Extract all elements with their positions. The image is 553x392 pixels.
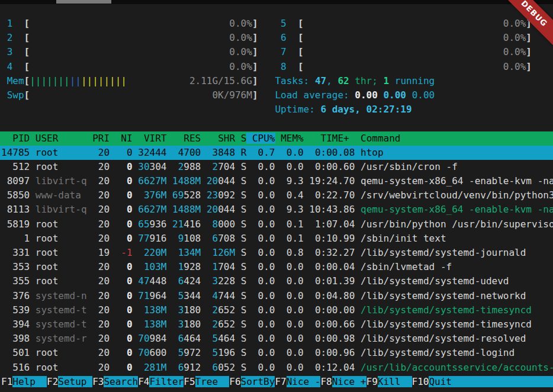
fkey-nice-[interactable]: F8Nice +	[320, 376, 366, 387]
cell-command: /usr/lib/accountsservice/accounts-	[361, 362, 553, 373]
cell-state: S	[241, 275, 247, 287]
F3-label: Search	[104, 376, 138, 387]
cpu-meter-4-open-bracket: [	[24, 61, 30, 72]
fkey-quit[interactable]: F10Quit	[412, 376, 553, 387]
cell-user: root	[36, 362, 87, 373]
cpu-meter-5-label: 5	[281, 18, 298, 29]
F5-key: F5	[184, 376, 195, 387]
fkey-filter[interactable]: F4Filter	[138, 376, 184, 387]
column-header-pid[interactable]: PID	[1, 133, 30, 144]
cell-ni: 0	[115, 362, 133, 373]
process-row[interactable]: 516 root 20 0 281M 6912 6052 S 0.0 0.0 0…	[0, 361, 553, 375]
cell-mem: 0.0	[281, 261, 304, 272]
column-header-cpu-sorted[interactable]: CPU%	[246, 133, 275, 144]
column-header-user[interactable]: USER	[36, 133, 87, 144]
cell-cpu: 0.0	[252, 189, 275, 201]
process-row[interactable]: 501 root 20 0 70600 5972 5196 S 0.0 0.0 …	[0, 346, 553, 360]
tasks-summary: running	[389, 75, 435, 86]
cell-pri: 20	[92, 362, 110, 373]
cpu-meter-6-value: 0.0%	[503, 32, 526, 43]
cell-mem: 0.8	[281, 247, 304, 258]
column-header-virt[interactable]: VIRT	[138, 133, 166, 144]
fkey-help[interactable]: F1Help	[1, 376, 47, 387]
F4-label: Filter	[149, 376, 184, 387]
cell-command: /usr/sbin/cron -f	[361, 161, 458, 172]
load-average: 0.00	[355, 89, 383, 101]
cell-user: root	[36, 261, 87, 272]
column-header-time[interactable]: TIME+	[309, 133, 355, 144]
column-header-ni[interactable]: NI	[115, 133, 133, 144]
fkey-setup[interactable]: F2Setup	[47, 376, 92, 387]
cell-command: /lib/systemd/systemd-journald	[361, 247, 526, 258]
cell-user: root	[36, 347, 87, 358]
fkey-tree[interactable]: F5Tree	[184, 376, 229, 387]
cpu-meter-1-label: 1	[7, 18, 24, 29]
table-header[interactable]: PID USER PRI NI VIRT RES SHR S CPU% MEM%…	[0, 131, 553, 146]
fkey-kill[interactable]: F9Kill	[366, 376, 412, 387]
column-header-mem[interactable]: MEM%	[281, 133, 304, 144]
cell-user: systemd-t	[36, 319, 87, 330]
cpu-meter-3-close-bracket: ]	[252, 46, 258, 57]
cell-ni: 0	[115, 161, 133, 172]
scrollbar-thumb[interactable]	[56, 0, 111, 4]
cell-state: S	[241, 261, 247, 272]
cell-mem: 0.1	[281, 233, 304, 244]
process-row[interactable]: 8097 libvirt-q 20 0 6627M 1488M 20044 S …	[0, 174, 553, 188]
process-row[interactable]: 376 systemd-n 20 0 71964 5344 4744 S 0.0…	[0, 289, 553, 303]
fkey-sortby[interactable]: F6SortBy	[229, 376, 275, 387]
cell-mem: 0.0	[281, 275, 304, 287]
cell-pri: 20	[92, 347, 110, 358]
memory-meter-row: Mem[||||||||||||||||| 2.11G/15.6G] Tasks…	[0, 74, 553, 88]
cell-state: S	[241, 247, 247, 258]
process-row[interactable]: 394 systemd-t 20 0 138M 3180 2652 S 0.0 …	[0, 317, 553, 332]
cell-command: /lib/systemd/systemd-resolved	[361, 333, 526, 344]
F7-key: F7	[275, 376, 286, 387]
cell-user: libvirt-q	[36, 204, 87, 215]
cell-pid: 394	[1, 319, 30, 330]
column-header-res[interactable]: RES	[172, 133, 201, 144]
fkey-search[interactable]: F3Search	[92, 376, 138, 387]
cell-command: /usr/bin/python /usr/bin/superviso	[361, 219, 553, 230]
tasks-summary: thr;	[349, 75, 384, 86]
process-row[interactable]: 14785 root 20 0 32444 4700 3848 R 0.7 0.…	[0, 146, 553, 160]
process-row[interactable]: 512 root 20 0 30304 2988 2704 S 0.0 0.0 …	[0, 160, 553, 174]
process-row[interactable]: 398 systemd-r 20 0 70984 6464 5464 S 0.0…	[0, 332, 553, 346]
cell-pri: 19	[92, 247, 110, 258]
process-row[interactable]: 355 root 20 0 47448 6424 3228 S 0.0 0.0 …	[0, 274, 553, 288]
cell-command: /lib/systemd/systemd-networkd	[361, 290, 526, 301]
cpu-meter-7-open-bracket: [	[298, 46, 304, 57]
cell-state: S	[241, 290, 247, 301]
cell-pid: 8097	[1, 175, 30, 187]
column-header-pri[interactable]: PRI	[92, 133, 110, 144]
column-header-command[interactable]: Command	[361, 133, 400, 144]
column-header-state[interactable]: S	[241, 133, 247, 144]
cell-command: /lib/systemd/systemd-logind	[361, 347, 515, 358]
cell-ni: 0	[115, 333, 133, 344]
uptime: 6 days, 02:27:19	[320, 104, 411, 115]
cell-time: 0:12.04	[309, 362, 355, 373]
process-row[interactable]: 539 systemd-t 20 0 138M 3180 2652 S 0.0 …	[0, 303, 553, 317]
process-row[interactable]: 8113 libvirt-q 20 0 6627M 1488M 20044 S …	[0, 203, 553, 217]
cell-state: S	[241, 233, 247, 244]
cell-state: R	[241, 147, 247, 158]
cpu-meter-row-1: 1 [ 0.0%] 5 [ 0.0%]	[0, 17, 553, 31]
F4-key: F4	[138, 376, 149, 387]
cell-command: /sbin/init text	[361, 233, 446, 244]
cell-cpu: 0.0	[252, 319, 275, 330]
F7-label: Nice -	[287, 376, 321, 387]
F2-key: F2	[47, 376, 58, 387]
F5-label: Tree	[195, 376, 230, 387]
cell-state: S	[241, 204, 247, 215]
swp-meter-open-bracket: [	[24, 89, 30, 101]
process-row[interactable]: 353 root 20 0 103M 1928 1704 S 0.0 0.0 0…	[0, 260, 553, 274]
tasks-summary: 1	[383, 75, 389, 86]
cpu-meter-1-close-bracket: ]	[252, 18, 258, 29]
cell-time: 0:00.96	[309, 347, 355, 358]
process-row[interactable]: 1 root 20 0 77916 9108 6708 S 0.0 0.1 0:…	[0, 232, 553, 246]
cell-pid: 5819	[1, 219, 30, 230]
process-row[interactable]: 331 root 19 -1 220M 134M 126M S 0.0 0.8 …	[0, 246, 553, 260]
process-row[interactable]: 5819 root 20 0 65936 21416 8000 S 0.0 0.…	[0, 217, 553, 232]
process-row[interactable]: 5850 www-data 20 0 376M 69528 23092 S 0.…	[0, 188, 553, 203]
column-header-shr[interactable]: SHR	[207, 133, 235, 144]
fkey-nice-[interactable]: F7Nice -	[275, 376, 320, 387]
